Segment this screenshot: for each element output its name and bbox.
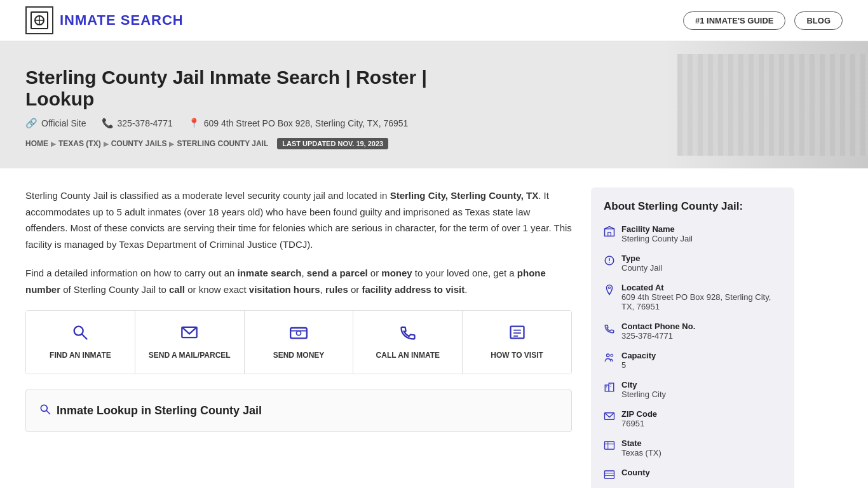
breadcrumb: HOME ▶ TEXAS (TX) ▶ COUNTY JAILS ▶ STERL…: [25, 138, 843, 149]
send-money-label: SEND MONEY: [273, 351, 325, 361]
hero-section: Sterling County Jail Inmate Search | Ros…: [0, 41, 868, 168]
capacity-icon: [604, 352, 615, 367]
tile-send-money[interactable]: SEND MONEY: [245, 311, 354, 374]
description-para2: Find a detailed information on how to ca…: [25, 265, 572, 297]
zip-content: ZIP Code 76951: [621, 409, 657, 428]
phone-label: Contact Phone No.: [621, 322, 695, 331]
main-container: Sterling County Jail is classified as a …: [0, 168, 868, 488]
svg-line-15: [47, 410, 50, 414]
location-icon: 📍: [188, 118, 200, 129]
tile-how-to-visit[interactable]: HOW TO VISIT: [463, 311, 571, 374]
svg-line-5: [83, 335, 87, 339]
lookup-header: Inmate Lookup in Sterling County Jail: [39, 403, 559, 419]
info-row-type: Type County Jail: [604, 254, 782, 273]
header-nav: #1 INMATE'S GUIDE BLOG: [683, 11, 843, 30]
type-icon: [604, 255, 615, 269]
type-content: Type County Jail: [621, 254, 662, 273]
lookup-search-icon: [39, 403, 51, 419]
location-icon-sidebar: [604, 284, 615, 299]
blog-link[interactable]: BLOG: [794, 11, 843, 30]
capacity-label: Capacity: [621, 351, 656, 360]
county-icon: [604, 469, 615, 484]
location-content: Located At 609 4th Street PO Box 928, St…: [621, 283, 782, 311]
tile-call-inmate[interactable]: CALL AN INMATE: [353, 311, 463, 374]
info-row-city: City Sterling City: [604, 380, 782, 399]
phone-icon-sidebar: [604, 323, 615, 337]
capacity-value: 5: [621, 360, 656, 370]
type-value: County Jail: [621, 263, 662, 273]
info-row-state: State Texas (TX): [604, 438, 782, 458]
facility-content: Facility Name Sterling County Jail: [621, 224, 693, 243]
svg-point-20: [609, 262, 610, 263]
location-label: Located At: [621, 283, 782, 292]
how-to-visit-icon: [508, 323, 526, 346]
breadcrumb-texas[interactable]: TEXAS (TX): [58, 139, 101, 148]
about-box: About Sterling County Jail: Facility Nam…: [591, 187, 794, 488]
county-content: County: [621, 468, 650, 477]
call-inmate-label: CALL AN INMATE: [376, 351, 440, 361]
info-row-phone: Contact Phone No. 325-378-4771: [604, 322, 782, 341]
call-inmate-icon: [399, 323, 417, 346]
state-value: Texas (TX): [621, 448, 661, 458]
last-updated-badge: LAST UPDATED NOV. 19, 2023: [277, 138, 388, 149]
breadcrumb-sep-3: ▶: [169, 140, 174, 147]
state-content: State Texas (TX): [621, 438, 661, 458]
official-site-link[interactable]: 🔗 Official Site: [25, 118, 86, 129]
svg-rect-7: [290, 328, 307, 338]
svg-point-23: [611, 354, 613, 356]
city-icon: [604, 381, 615, 396]
state-label: State: [621, 438, 661, 448]
svg-rect-17: [608, 233, 611, 236]
how-to-visit-label: HOW TO VISIT: [491, 351, 543, 361]
svg-point-14: [41, 405, 47, 411]
description-para1: Sterling County Jail is classified as a …: [25, 187, 572, 252]
lookup-title: Inmate Lookup in Sterling County Jail: [57, 404, 262, 417]
facility-label: Facility Name: [621, 224, 693, 234]
site-header: INMATE SEARCH #1 INMATE'S GUIDE BLOG: [0, 0, 868, 41]
zip-value: 76951: [621, 419, 657, 428]
logo-text: INMATE SEARCH: [60, 12, 184, 29]
hero-background: [665, 41, 868, 168]
facility-icon: [604, 226, 615, 240]
tile-find-inmate[interactable]: FIND AN INMATE: [26, 311, 135, 374]
send-mail-icon: [180, 323, 198, 346]
page-title: Sterling County Jail Inmate Search | Ros…: [25, 67, 470, 110]
info-row-zip: ZIP Code 76951: [604, 409, 782, 428]
info-row-location: Located At 609 4th Street PO Box 928, St…: [604, 283, 782, 311]
hero-meta: 🔗 Official Site 📞 325-378-4771 📍 609 4th…: [25, 118, 843, 129]
phone-icon: 📞: [102, 118, 114, 129]
svg-point-21: [609, 287, 611, 289]
county-label: County: [621, 468, 650, 477]
tile-send-mail[interactable]: SEND A MAIL/PARCEL: [135, 311, 245, 374]
find-inmate-label: FIND AN INMATE: [50, 351, 111, 361]
info-row-facility: Facility Name Sterling County Jail: [604, 224, 782, 243]
inmates-guide-link[interactable]: #1 INMATE'S GUIDE: [683, 11, 785, 30]
svg-rect-31: [605, 442, 614, 449]
city-value: Sterling City: [621, 390, 666, 399]
facility-value: Sterling County Jail: [621, 234, 693, 243]
city-content: City Sterling City: [621, 380, 666, 399]
action-tiles: FIND AN INMATE SEND A MAIL/PARCEL SEND M…: [25, 310, 572, 374]
zip-icon: [604, 410, 615, 425]
link-icon: 🔗: [25, 118, 37, 129]
breadcrumb-home[interactable]: HOME: [25, 139, 48, 148]
about-title: About Sterling County Jail:: [604, 200, 782, 213]
info-row-capacity: Capacity 5: [604, 351, 782, 370]
info-row-county: County: [604, 468, 782, 484]
breadcrumb-sep-1: ▶: [51, 140, 56, 147]
phone-meta: 📞 325-378-4771: [102, 118, 173, 129]
main-content: Sterling County Jail is classified as a …: [25, 187, 572, 488]
svg-point-4: [74, 327, 83, 336]
breadcrumb-sep-2: ▶: [104, 140, 109, 147]
type-label: Type: [621, 254, 662, 263]
capacity-content: Capacity 5: [621, 351, 656, 370]
logo-area[interactable]: INMATE SEARCH: [25, 6, 184, 34]
sidebar: About Sterling County Jail: Facility Nam…: [591, 187, 794, 488]
breadcrumb-current: STERLING COUNTY JAIL: [177, 139, 268, 148]
find-inmate-icon: [71, 323, 89, 346]
phone-value: 325-378-4771: [621, 331, 695, 341]
send-mail-label: SEND A MAIL/PARCEL: [149, 351, 231, 361]
send-money-icon: [290, 323, 308, 346]
svg-point-8: [296, 331, 301, 336]
breadcrumb-county-jails[interactable]: COUNTY JAILS: [111, 139, 167, 148]
